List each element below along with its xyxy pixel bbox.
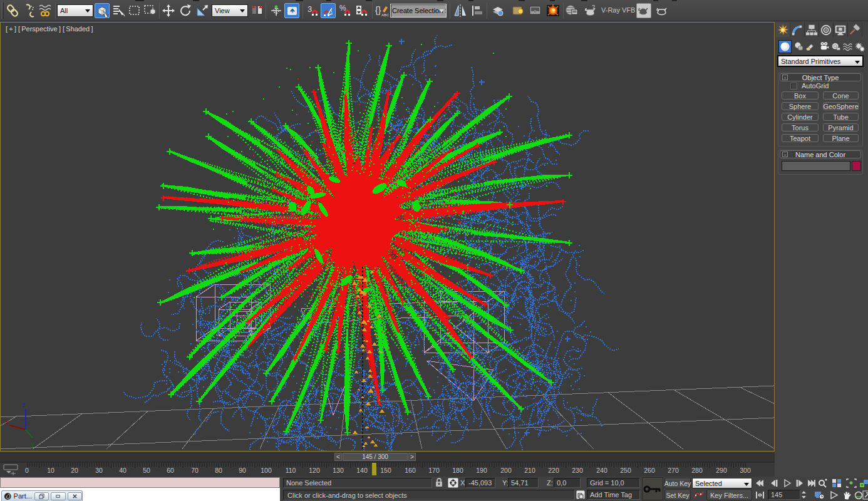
svg-text:140: 140 (356, 467, 368, 474)
svg-text:290: 290 (716, 467, 727, 474)
svg-text:300: 300 (740, 467, 751, 474)
svg-text:130: 130 (333, 467, 344, 474)
svg-text:160: 160 (405, 467, 416, 474)
svg-text:250: 250 (620, 467, 631, 474)
svg-text:150: 150 (380, 467, 391, 474)
svg-text:?: ? (592, 4, 595, 10)
svg-text:{}: {} (375, 5, 381, 15)
svg-text:260: 260 (644, 467, 655, 474)
svg-text:220: 220 (548, 467, 559, 474)
svg-text:190: 190 (476, 467, 487, 474)
svg-text:210: 210 (524, 467, 535, 474)
svg-text:240: 240 (596, 467, 607, 474)
svg-text:20: 20 (71, 467, 78, 474)
svg-text:100: 100 (261, 467, 272, 474)
svg-text:z: z (22, 401, 25, 408)
svg-text:40: 40 (119, 467, 127, 474)
svg-text:90: 90 (239, 467, 246, 474)
svg-text:ABC: ABC (381, 13, 389, 17)
svg-text:60: 60 (167, 467, 174, 474)
svg-text:3: 3 (307, 4, 312, 14)
svg-text:230: 230 (572, 467, 583, 474)
svg-text:170: 170 (428, 467, 440, 474)
svg-text:120: 120 (309, 467, 320, 474)
svg-text:50: 50 (143, 467, 150, 474)
svg-text:200: 200 (500, 467, 512, 474)
svg-text:270: 270 (668, 467, 679, 474)
svg-text:70: 70 (191, 467, 199, 474)
svg-text:110: 110 (286, 467, 296, 474)
svg-text:y: y (31, 441, 34, 448)
svg-text:x: x (6, 419, 9, 426)
svg-text:30: 30 (95, 467, 103, 474)
svg-text:80: 80 (215, 467, 222, 474)
svg-text:10: 10 (47, 467, 54, 474)
svg-text:0: 0 (25, 467, 29, 474)
svg-text:180: 180 (452, 467, 463, 474)
svg-text:280: 280 (691, 467, 703, 474)
